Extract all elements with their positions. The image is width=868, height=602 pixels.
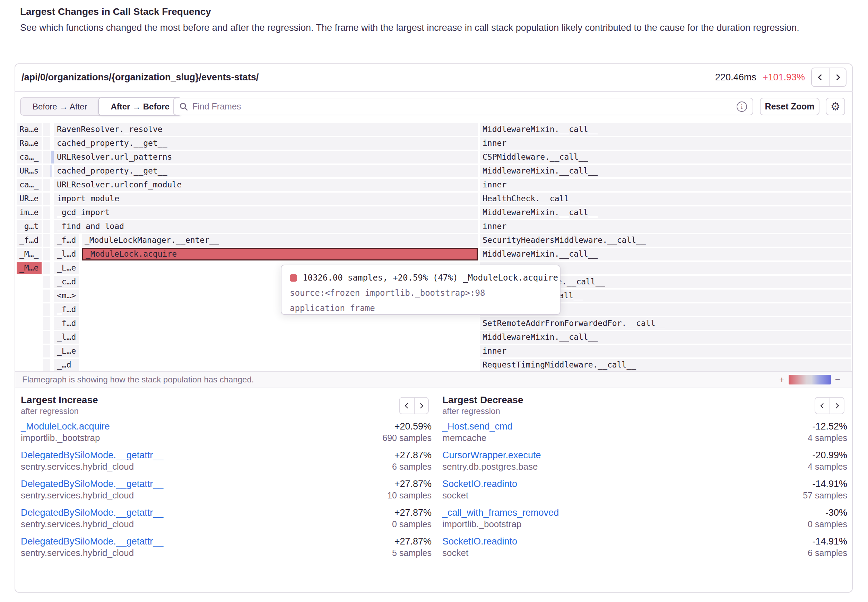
change-percent: +27.87% (394, 507, 432, 519)
flame-frame[interactable] (43, 248, 50, 261)
flame-frame[interactable] (43, 317, 50, 330)
flame-frame[interactable]: MiddlewareMixin.__call__ (480, 165, 851, 177)
flame-frame[interactable] (43, 179, 50, 191)
flame-frame[interactable]: RavenResolver._resolve (54, 123, 478, 136)
flame-frame[interactable]: inner (480, 220, 851, 233)
diff-color-legend: + − (779, 375, 840, 385)
flame-frame[interactable]: UR…e (17, 193, 42, 205)
sample-count: 690 samples (382, 432, 432, 443)
flame-frame[interactable]: _find_and_load (54, 220, 478, 233)
function-link[interactable]: DelegatedBySiloMode.__getattr__ (21, 449, 163, 461)
flame-frame[interactable]: ca…_ (17, 151, 42, 163)
flame-frame[interactable] (43, 345, 50, 358)
chevron-left-icon (820, 403, 826, 408)
decrease-next-button[interactable] (830, 398, 844, 413)
flame-frame[interactable] (43, 206, 50, 219)
flame-frame[interactable]: URLResolver.url_patterns (54, 151, 478, 163)
flame-frame[interactable]: <m…> (54, 290, 79, 302)
flame-frame[interactable]: _ModuleLockManager.__enter__ (82, 234, 478, 247)
decrease-pagination (815, 397, 845, 414)
flame-frame[interactable] (43, 276, 50, 288)
decrease-title: Largest Decrease (442, 394, 847, 406)
flame-frame[interactable]: inner (480, 345, 851, 358)
flame-frame[interactable]: _g…t (17, 220, 42, 233)
flame-frame[interactable]: MiddlewareMixin.__call__ (480, 331, 851, 344)
tooltip-samples-text: 10326.00 samples, +20.59% (47%) _ModuleL… (303, 270, 558, 286)
flame-frame[interactable] (43, 165, 50, 177)
flame-frame[interactable] (43, 331, 50, 344)
increase-list-item: _ModuleLock.acquire+20.59%importlib._boo… (21, 421, 432, 443)
flame-frame[interactable]: _M…e (17, 262, 42, 274)
flame-frame[interactable] (43, 220, 50, 233)
tooltip-source-line: source:<frozen importlib._bootstrap>:98 (290, 286, 551, 301)
function-link[interactable]: SocketIO.readinto (442, 536, 517, 547)
function-link[interactable]: _ModuleLock.acquire (21, 421, 110, 432)
flame-frame[interactable]: _L…e (54, 345, 79, 358)
flame-frame[interactable]: _f…d (54, 234, 79, 247)
flame-frame[interactable]: _c…d (54, 276, 79, 288)
flame-frame[interactable]: SetRemoteAddrFromForwardedFor.__call__ (480, 317, 851, 330)
flame-frame[interactable]: _l…d (54, 248, 79, 261)
sample-count: 10 samples (387, 490, 432, 501)
function-link[interactable]: _Host.send_cmd (442, 421, 513, 432)
flame-frame[interactable] (43, 123, 50, 136)
flame-frame[interactable]: cached_property.__get__ (54, 165, 478, 177)
frame-tooltip: 10326.00 samples, +20.59% (47%) _ModuleL… (281, 265, 560, 315)
flame-frame[interactable]: cached_property.__get__ (54, 137, 478, 150)
flame-frame[interactable] (51, 151, 54, 163)
flame-frame[interactable] (43, 151, 50, 163)
flame-frame[interactable]: MiddlewareMixin.__call__ (480, 206, 851, 219)
module-name: importlib._bootstrap (442, 519, 521, 530)
flame-frame[interactable] (43, 262, 50, 274)
flame-frame[interactable]: _l…d (54, 331, 79, 344)
module-name: importlib._bootstrap (21, 432, 100, 443)
flame-frame[interactable] (43, 303, 50, 316)
flame-frame[interactable]: MiddlewareMixin.__call__ (480, 248, 851, 261)
flame-frame[interactable] (43, 193, 50, 205)
flame-frame[interactable]: Ra…e (17, 123, 42, 136)
flame-frame[interactable]: HealthCheck.__call__ (480, 193, 851, 205)
flame-frame[interactable]: MiddlewareMixin.__call__ (480, 123, 851, 136)
flame-frame[interactable] (43, 234, 50, 247)
flame-frame[interactable]: CSPMiddleware.__call__ (480, 151, 851, 163)
module-name: socket (442, 490, 468, 501)
flame-frame[interactable]: Ra…e (17, 137, 42, 150)
flame-frame[interactable]: inner (480, 179, 851, 191)
decrease-subtitle: after regression (442, 406, 847, 416)
flame-frame[interactable]: _f…d (54, 317, 79, 330)
flame-frame[interactable] (43, 137, 50, 150)
flame-frame[interactable] (50, 165, 52, 177)
legend-plus: + (779, 375, 785, 385)
flame-frame[interactable]: _f…d (17, 234, 42, 247)
flame-frame[interactable]: UR…s (17, 165, 42, 177)
flame-frame[interactable] (43, 290, 50, 302)
flame-frame[interactable]: _ModuleLock.acquire (82, 248, 478, 261)
flame-frame[interactable]: SecurityHeadersMiddleware.__call__ (480, 234, 851, 247)
flame-frame[interactable]: _L…e (54, 262, 79, 274)
function-link[interactable]: SocketIO.readinto (442, 478, 517, 490)
increase-next-button[interactable] (414, 398, 428, 413)
flame-frame[interactable]: _M…_ (17, 248, 42, 261)
function-link[interactable]: DelegatedBySiloMode.__getattr__ (21, 478, 163, 490)
flame-frame[interactable]: inner (480, 137, 851, 150)
flame-frame[interactable]: _…d (54, 359, 79, 371)
decrease-prev-button[interactable] (815, 398, 830, 413)
increase-prev-button[interactable] (400, 398, 414, 413)
flame-frame[interactable]: URLResolver.urlconf_module (54, 179, 478, 191)
function-link[interactable]: DelegatedBySiloMode.__getattr__ (21, 536, 163, 547)
flame-frame[interactable]: _f…d (54, 303, 79, 316)
sample-count: 5 samples (392, 547, 432, 558)
increase-subtitle: after regression (21, 406, 432, 416)
flame-frame[interactable] (43, 359, 50, 371)
increase-list-item: DelegatedBySiloMode.__getattr__+27.87%se… (21, 536, 432, 558)
function-link[interactable]: CursorWrapper.execute (442, 449, 541, 461)
function-link[interactable]: DelegatedBySiloMode.__getattr__ (21, 507, 163, 519)
flame-frame[interactable]: RequestTimingMiddleware.__call__ (480, 359, 851, 371)
flame-frame[interactable]: _gcd_import (54, 206, 478, 219)
flame-frame[interactable]: im…e (17, 206, 42, 219)
increase-list-item: DelegatedBySiloMode.__getattr__+27.87%se… (21, 478, 432, 501)
red-swatch-icon (290, 274, 297, 282)
function-link[interactable]: _call_with_frames_removed (442, 507, 559, 519)
flame-frame[interactable]: import_module (54, 193, 478, 205)
flame-frame[interactable]: ca…_ (17, 179, 42, 191)
